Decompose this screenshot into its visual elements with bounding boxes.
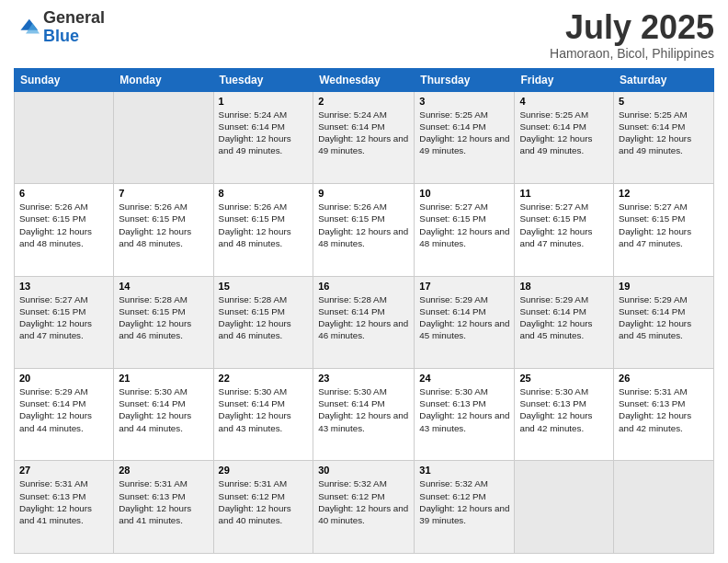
table-row: 26Sunrise: 5:31 AMSunset: 6:13 PMDayligh… <box>614 369 714 461</box>
day-detail: Sunrise: 5:28 AMSunset: 6:14 PMDaylight:… <box>318 293 409 342</box>
day-detail: Sunrise: 5:26 AMSunset: 6:15 PMDaylight:… <box>318 201 409 249</box>
table-row: 5Sunrise: 5:25 AMSunset: 6:14 PMDaylight… <box>614 91 714 183</box>
calendar-week-row: 1Sunrise: 5:24 AMSunset: 6:14 PMDaylight… <box>15 91 714 183</box>
day-number: 18 <box>519 281 609 292</box>
day-detail: Sunrise: 5:27 AMSunset: 6:15 PMDaylight:… <box>519 201 609 249</box>
day-detail: Sunrise: 5:27 AMSunset: 6:15 PMDaylight:… <box>619 201 709 249</box>
table-row: 4Sunrise: 5:25 AMSunset: 6:14 PMDaylight… <box>515 91 614 183</box>
table-row: 28Sunrise: 5:31 AMSunset: 6:13 PMDayligh… <box>114 461 213 554</box>
day-number: 25 <box>519 373 609 384</box>
day-number: 22 <box>219 373 309 384</box>
table-row: 21Sunrise: 5:30 AMSunset: 6:14 PMDayligh… <box>114 369 213 461</box>
table-row <box>114 91 213 183</box>
location-subtitle: Hamoraon, Bicol, Philippines <box>550 46 714 61</box>
table-row <box>614 461 714 554</box>
table-row: 11Sunrise: 5:27 AMSunset: 6:15 PMDayligh… <box>515 184 614 276</box>
day-number: 9 <box>318 188 409 199</box>
day-detail: Sunrise: 5:29 AMSunset: 6:14 PMDaylight:… <box>619 293 709 342</box>
day-number: 23 <box>318 373 409 384</box>
day-number: 31 <box>419 465 509 476</box>
day-detail: Sunrise: 5:27 AMSunset: 6:15 PMDaylight:… <box>419 201 509 249</box>
table-row: 14Sunrise: 5:28 AMSunset: 6:15 PMDayligh… <box>114 276 213 368</box>
day-detail: Sunrise: 5:31 AMSunset: 6:13 PMDaylight:… <box>619 385 709 434</box>
table-row: 3Sunrise: 5:25 AMSunset: 6:14 PMDaylight… <box>415 91 515 183</box>
table-row <box>15 91 114 183</box>
table-row: 19Sunrise: 5:29 AMSunset: 6:14 PMDayligh… <box>614 276 714 368</box>
day-detail: Sunrise: 5:31 AMSunset: 6:13 PMDaylight:… <box>19 477 108 526</box>
day-detail: Sunrise: 5:25 AMSunset: 6:14 PMDaylight:… <box>419 109 509 157</box>
table-row: 1Sunrise: 5:24 AMSunset: 6:14 PMDaylight… <box>213 91 313 183</box>
day-number: 19 <box>619 281 709 292</box>
day-number: 24 <box>419 373 509 384</box>
col-monday: Monday <box>114 68 213 91</box>
logo-blue-text: Blue <box>43 27 79 45</box>
calendar-week-row: 13Sunrise: 5:27 AMSunset: 6:15 PMDayligh… <box>15 276 714 368</box>
day-detail: Sunrise: 5:24 AMSunset: 6:14 PMDaylight:… <box>318 109 409 157</box>
col-tuesday: Tuesday <box>213 68 313 91</box>
table-row: 27Sunrise: 5:31 AMSunset: 6:13 PMDayligh… <box>15 461 114 554</box>
day-detail: Sunrise: 5:31 AMSunset: 6:13 PMDaylight:… <box>119 477 208 526</box>
table-row: 30Sunrise: 5:32 AMSunset: 6:12 PMDayligh… <box>313 461 415 554</box>
day-number: 7 <box>119 188 208 199</box>
day-number: 11 <box>519 188 609 199</box>
calendar-week-row: 20Sunrise: 5:29 AMSunset: 6:14 PMDayligh… <box>15 369 714 461</box>
table-row: 25Sunrise: 5:30 AMSunset: 6:13 PMDayligh… <box>515 369 614 461</box>
calendar-week-row: 6Sunrise: 5:26 AMSunset: 6:15 PMDaylight… <box>15 184 714 276</box>
day-detail: Sunrise: 5:32 AMSunset: 6:12 PMDaylight:… <box>419 477 509 526</box>
day-detail: Sunrise: 5:30 AMSunset: 6:14 PMDaylight:… <box>318 385 409 434</box>
day-detail: Sunrise: 5:30 AMSunset: 6:14 PMDaylight:… <box>219 385 309 434</box>
day-number: 15 <box>219 281 309 292</box>
day-detail: Sunrise: 5:26 AMSunset: 6:15 PMDaylight:… <box>219 201 309 249</box>
table-row: 16Sunrise: 5:28 AMSunset: 6:14 PMDayligh… <box>313 276 415 368</box>
table-row: 29Sunrise: 5:31 AMSunset: 6:12 PMDayligh… <box>213 461 313 554</box>
day-detail: Sunrise: 5:28 AMSunset: 6:15 PMDaylight:… <box>219 293 309 342</box>
day-detail: Sunrise: 5:28 AMSunset: 6:15 PMDaylight:… <box>119 293 208 342</box>
day-detail: Sunrise: 5:30 AMSunset: 6:14 PMDaylight:… <box>119 385 208 434</box>
day-number: 12 <box>619 188 709 199</box>
day-detail: Sunrise: 5:30 AMSunset: 6:13 PMDaylight:… <box>519 385 609 434</box>
day-number: 29 <box>219 465 309 476</box>
day-detail: Sunrise: 5:27 AMSunset: 6:15 PMDaylight:… <box>19 293 108 342</box>
day-number: 30 <box>318 465 409 476</box>
day-number: 21 <box>119 373 208 384</box>
col-saturday: Saturday <box>614 68 714 91</box>
day-number: 4 <box>519 96 609 107</box>
col-sunday: Sunday <box>15 68 114 91</box>
table-row: 17Sunrise: 5:29 AMSunset: 6:14 PMDayligh… <box>415 276 515 368</box>
header: General Blue July 2025 Hamoraon, Bicol, … <box>14 9 714 61</box>
calendar-table: Sunday Monday Tuesday Wednesday Thursday… <box>14 68 714 554</box>
table-row: 12Sunrise: 5:27 AMSunset: 6:15 PMDayligh… <box>614 184 714 276</box>
day-number: 10 <box>419 188 509 199</box>
table-row: 13Sunrise: 5:27 AMSunset: 6:15 PMDayligh… <box>15 276 114 368</box>
day-number: 3 <box>419 96 509 107</box>
table-row: 20Sunrise: 5:29 AMSunset: 6:14 PMDayligh… <box>15 369 114 461</box>
day-detail: Sunrise: 5:32 AMSunset: 6:12 PMDaylight:… <box>318 477 409 526</box>
day-number: 8 <box>219 188 309 199</box>
col-thursday: Thursday <box>415 68 515 91</box>
day-detail: Sunrise: 5:25 AMSunset: 6:14 PMDaylight:… <box>519 109 609 157</box>
logo-general-text: General <box>43 8 105 27</box>
day-number: 6 <box>19 188 108 199</box>
table-row: 31Sunrise: 5:32 AMSunset: 6:12 PMDayligh… <box>415 461 515 554</box>
day-number: 1 <box>219 96 309 107</box>
day-number: 14 <box>119 281 208 292</box>
day-number: 17 <box>419 281 509 292</box>
day-detail: Sunrise: 5:29 AMSunset: 6:14 PMDaylight:… <box>519 293 609 342</box>
day-number: 27 <box>19 465 108 476</box>
day-number: 28 <box>119 465 208 476</box>
day-number: 2 <box>318 96 409 107</box>
table-row: 2Sunrise: 5:24 AMSunset: 6:14 PMDaylight… <box>313 91 415 183</box>
day-number: 13 <box>19 281 108 292</box>
day-number: 26 <box>619 373 709 384</box>
day-number: 20 <box>19 373 108 384</box>
day-detail: Sunrise: 5:29 AMSunset: 6:14 PMDaylight:… <box>19 385 108 434</box>
table-row: 22Sunrise: 5:30 AMSunset: 6:14 PMDayligh… <box>213 369 313 461</box>
col-friday: Friday <box>515 68 614 91</box>
month-title: July 2025 <box>550 9 714 46</box>
day-number: 16 <box>318 281 409 292</box>
logo-icon <box>14 15 40 40</box>
day-detail: Sunrise: 5:26 AMSunset: 6:15 PMDaylight:… <box>19 201 108 249</box>
table-row: 15Sunrise: 5:28 AMSunset: 6:15 PMDayligh… <box>213 276 313 368</box>
table-row: 9Sunrise: 5:26 AMSunset: 6:15 PMDaylight… <box>313 184 415 276</box>
table-row: 7Sunrise: 5:26 AMSunset: 6:15 PMDaylight… <box>114 184 213 276</box>
